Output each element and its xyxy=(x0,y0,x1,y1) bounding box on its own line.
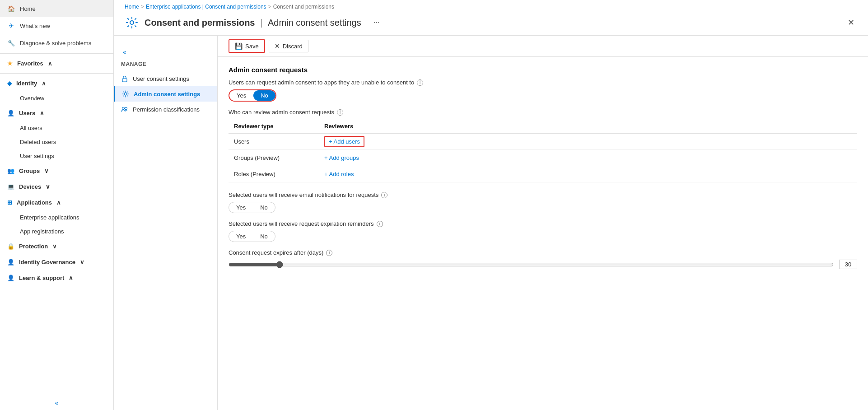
add-users-cell: + Add users xyxy=(319,134,857,150)
home-icon: 🏠 xyxy=(7,5,15,13)
sidebar-section-protection[interactable]: 🔒 Protection ∨ xyxy=(0,238,113,254)
content-area: « Manage User consent settings xyxy=(114,36,868,410)
breadcrumb-sep-1: > xyxy=(141,4,144,10)
user-consent-toggle: Yes No xyxy=(229,89,276,102)
favorites-chevron: ∧ xyxy=(48,60,52,67)
overview-label: Overview xyxy=(20,95,44,102)
add-groups-link[interactable]: + Add groups xyxy=(324,154,359,161)
sidebar-sub-overview[interactable]: Overview xyxy=(0,91,113,105)
user-consent-field-label: Users can request admin consent to apps … xyxy=(229,79,857,86)
groups-label: Groups xyxy=(19,168,40,174)
consent-expiry-info-icon[interactable]: i xyxy=(326,250,332,256)
applications-chevron: ∧ xyxy=(56,199,61,206)
discard-label: Discard xyxy=(283,43,303,50)
sidebar-section-devices[interactable]: 💻 Devices ∨ xyxy=(0,179,113,195)
identity-label: Identity xyxy=(16,80,37,87)
save-button[interactable]: 💾 Save xyxy=(229,39,265,53)
groups-icon: 👥 xyxy=(7,168,14,174)
breadcrumb-home[interactable]: Home xyxy=(125,4,139,10)
svg-rect-1 xyxy=(122,79,127,82)
sidebar-sub-deleted-users[interactable]: Deleted users xyxy=(0,135,113,149)
wrench-icon: 🔧 xyxy=(7,39,15,47)
slider-value: 30 xyxy=(839,260,857,269)
sidebar-section-users[interactable]: 👤 Users ∧ xyxy=(0,105,113,121)
svg-point-3 xyxy=(122,107,125,110)
sidebar-sub-all-users[interactable]: All users xyxy=(0,121,113,135)
consent-expiry-text: Consent request expires after (days) xyxy=(229,249,323,256)
email-notif-no[interactable]: No xyxy=(253,202,275,213)
sidebar-item-whats-new[interactable]: ✈ What's new xyxy=(0,17,113,34)
app-registrations-label: App registrations xyxy=(20,228,64,235)
page-header: Consent and permissions | Admin consent … xyxy=(114,14,868,36)
sidebar-section-identity-governance[interactable]: 👤 Identity Governance ∨ xyxy=(0,254,113,270)
page-subtitle-text: Admin consent settings xyxy=(268,18,361,28)
table-row: Roles (Preview) + Add roles xyxy=(229,166,857,182)
reviewers-header: Reviewers xyxy=(319,119,857,134)
admin-consent-label: Admin consent settings xyxy=(134,91,200,98)
manage-nav-admin-consent[interactable]: Admin consent settings xyxy=(114,86,217,102)
discard-button[interactable]: ✕ Discard xyxy=(269,40,308,52)
sidebar-item-diagnose[interactable]: 🔧 Diagnose & solve problems xyxy=(0,34,113,51)
toggle-yes-option[interactable]: Yes xyxy=(229,90,253,101)
sidebar-item-label: Diagnose & solve problems xyxy=(20,40,106,47)
manage-nav-permission-class[interactable]: Permission classifications xyxy=(114,102,217,117)
devices-chevron: ∨ xyxy=(46,183,50,190)
manage-nav-collapse[interactable]: « xyxy=(117,45,132,59)
protection-chevron: ∨ xyxy=(52,243,57,250)
add-groups-cell: + Add groups xyxy=(319,150,857,166)
sidebar-section-favorites[interactable]: ★ Favorites ∧ xyxy=(0,56,113,71)
reviewer-type-groups: Groups (Preview) xyxy=(229,150,319,166)
users-label: Users xyxy=(19,110,35,116)
breadcrumb: Home > Enterprise applications | Consent… xyxy=(114,0,868,14)
identity-governance-icon: 👤 xyxy=(7,259,14,266)
close-button[interactable]: ✕ xyxy=(845,16,857,29)
page-title: Consent and permissions | Admin consent … xyxy=(145,18,361,28)
email-notif-yes[interactable]: Yes xyxy=(229,202,253,213)
more-options-button[interactable]: ··· xyxy=(370,16,383,29)
permission-class-label: Permission classifications xyxy=(133,106,200,113)
sidebar-sub-app-registrations[interactable]: App registrations xyxy=(0,224,113,238)
enterprise-apps-label: Enterprise applications xyxy=(20,214,79,221)
sidebar-sub-user-settings[interactable]: User settings xyxy=(0,149,113,163)
consent-expiry-slider[interactable] xyxy=(229,261,834,268)
sidebar-sub-enterprise-apps[interactable]: Enterprise applications xyxy=(0,210,113,224)
email-notif-info-icon[interactable]: i xyxy=(381,192,387,198)
identity-icon: ◆ xyxy=(7,80,12,87)
learn-support-chevron: ∧ xyxy=(69,275,73,281)
sidebar-section-applications[interactable]: ⊞ Applications ∧ xyxy=(0,195,113,210)
rocket-icon: ✈ xyxy=(7,22,15,30)
manage-nav-user-consent[interactable]: User consent settings xyxy=(114,71,217,86)
expiration-yes[interactable]: Yes xyxy=(229,231,253,242)
identity-governance-label: Identity Governance xyxy=(19,259,75,266)
manage-nav-title: Manage xyxy=(114,61,217,71)
sidebar-section-identity[interactable]: ◆ Identity ∧ xyxy=(0,75,113,91)
save-label: Save xyxy=(245,43,259,50)
who-can-review-info-icon[interactable]: i xyxy=(337,109,343,116)
table-row: Groups (Preview) + Add groups xyxy=(229,150,857,166)
favorites-label: Favorites xyxy=(17,60,43,67)
page-title-separator: | xyxy=(260,18,262,28)
add-users-link[interactable]: + Add users xyxy=(324,136,364,147)
user-consent-label-text: Users can request admin consent to apps … xyxy=(229,79,414,86)
toggle-no-option[interactable]: No xyxy=(253,90,275,101)
sidebar-collapse-button[interactable]: « xyxy=(0,396,113,410)
slider-container: 30 xyxy=(229,260,857,269)
who-can-review-label: Who can review admin consent requests i xyxy=(229,109,857,116)
users-icon: 👤 xyxy=(7,110,14,116)
star-icon: ★ xyxy=(7,60,13,67)
save-icon: 💾 xyxy=(235,42,243,50)
protection-label: Protection xyxy=(19,243,48,250)
add-roles-link[interactable]: + Add roles xyxy=(324,171,354,177)
collapse-icon: « xyxy=(55,399,59,406)
breadcrumb-current: Consent and permissions xyxy=(273,4,334,10)
user-consent-info-icon[interactable]: i xyxy=(417,79,423,86)
sidebar-section-groups[interactable]: 👥 Groups ∨ xyxy=(0,163,113,179)
expiration-info-icon[interactable]: i xyxy=(377,221,383,227)
breadcrumb-enterprise-apps[interactable]: Enterprise applications | Consent and pe… xyxy=(146,4,266,10)
identity-chevron: ∧ xyxy=(42,80,46,87)
add-roles-cell: + Add roles xyxy=(319,166,857,182)
sidebar-section-learn-support[interactable]: 👤 Learn & support ∧ xyxy=(0,270,113,286)
expiration-no[interactable]: No xyxy=(253,231,275,242)
sidebar-item-home[interactable]: 🏠 Home xyxy=(0,0,113,17)
svg-point-4 xyxy=(125,107,127,110)
